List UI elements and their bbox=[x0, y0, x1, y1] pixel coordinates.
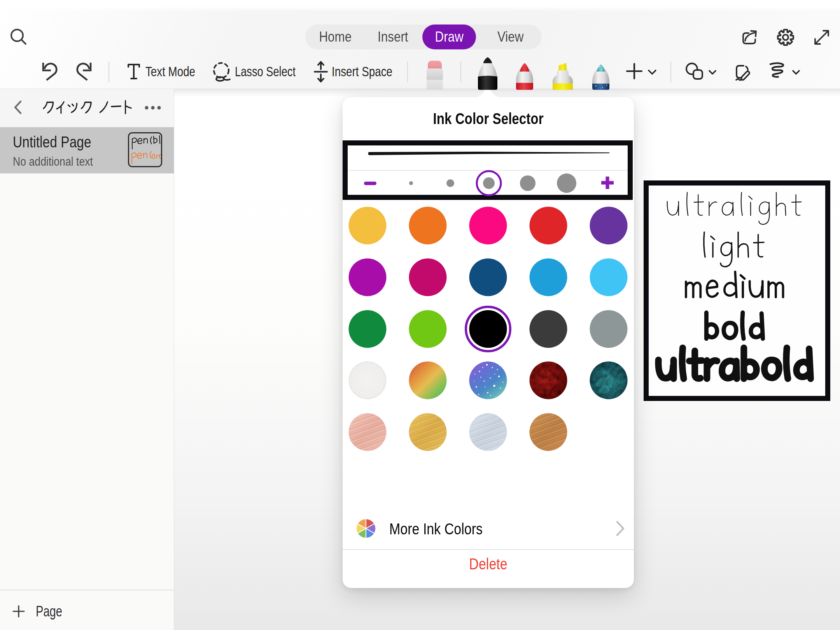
svg-text:Lasso Select: Lasso Select bbox=[235, 64, 296, 79]
svg-text:Page: Page bbox=[36, 603, 62, 620]
svg-text:Insert Space: Insert Space bbox=[332, 64, 392, 79]
svg-text:Text Mode: Text Mode bbox=[145, 64, 195, 79]
